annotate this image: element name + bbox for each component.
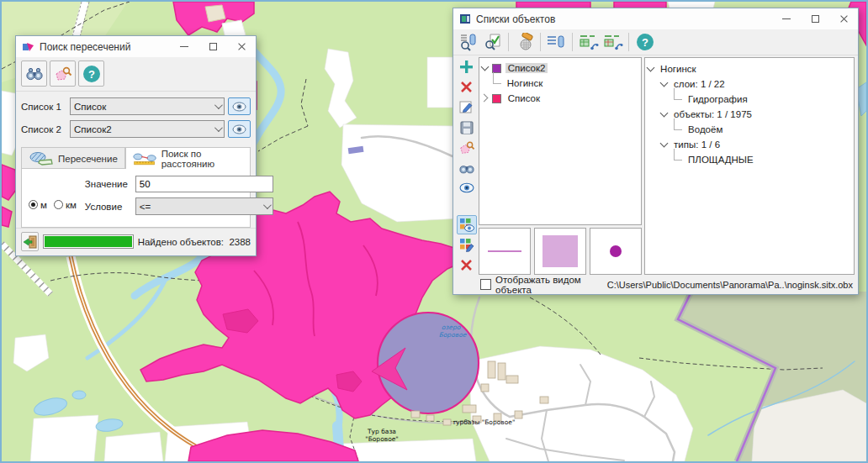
toolbar-separator (572, 33, 573, 51)
display-style-checkbox[interactable] (480, 279, 491, 290)
type-item-label: ПЛОЩАДНЫЕ (685, 155, 756, 165)
value-input[interactable] (135, 176, 273, 192)
toolbar-separator (628, 33, 629, 51)
unit-radio-group: м км (27, 176, 85, 222)
detail-object-item[interactable]: Водоём (647, 122, 852, 137)
save-list-button[interactable] (457, 118, 477, 137)
found-objects-status: Найдено объектов: 2388 (138, 237, 251, 247)
tree-item-label: Ногинск (505, 78, 545, 88)
object-detail-tree: Ногинск слои: 1 / 22 Гидрография объекты… (644, 57, 855, 275)
copy-list-button[interactable] (577, 31, 600, 53)
binoculars-icon (458, 161, 475, 175)
intersect-titlebar[interactable]: Поиск пересечений (16, 36, 256, 57)
camp2-label: турбазы "Боровое" (453, 418, 516, 426)
find-in-list-button[interactable] (457, 158, 477, 177)
list-transfer-icon (579, 33, 599, 51)
detail-root-label: Ногинск (658, 64, 698, 74)
list2-visibility-toggle[interactable] (228, 120, 251, 138)
line-sample (488, 250, 521, 252)
distance-tab-panel: м км Значение Условие <= (21, 168, 251, 228)
tab-distance-search[interactable]: Поиск по расстоянию (125, 147, 251, 169)
current-file-path: C:\Users\Public\Documents\Panorama\Pa..\… (607, 280, 853, 290)
svg-text:?: ? (642, 36, 648, 49)
lists-titlebar[interactable]: Списки объектов (453, 8, 858, 29)
edit-list-button[interactable] (457, 97, 477, 117)
area-style-swatch[interactable] (534, 228, 586, 275)
move-list-button[interactable] (601, 31, 624, 53)
expand-icon[interactable] (660, 140, 669, 149)
help-icon: ? (82, 65, 101, 83)
select-list-objects-button[interactable] (545, 31, 568, 53)
tree-item-label: Список (505, 93, 542, 103)
close-button[interactable] (227, 37, 256, 56)
line-style-swatch[interactable] (479, 228, 531, 275)
search-by-document-button[interactable] (481, 31, 504, 53)
lake-label-line1: озеро (442, 324, 461, 331)
help-icon: ? (636, 33, 654, 51)
view-object-button[interactable] (457, 178, 477, 197)
tree-item-noginsk[interactable]: Ногинск (481, 76, 639, 91)
condition-label: Условие (85, 202, 135, 212)
radio-meters[interactable]: м (29, 200, 47, 210)
list1-value: Список (74, 102, 106, 112)
expand-icon[interactable] (481, 64, 490, 72)
help-button[interactable]: ? (633, 31, 656, 53)
objects-group-label: объекты: 1 / 1975 (671, 109, 754, 119)
search-objects-button[interactable] (457, 31, 479, 53)
eye-icon (459, 182, 474, 193)
screenshot-root: { "icons": { "help_glyph": "?" }, "color… (0, 0, 868, 463)
search-mode-tabs: Пересечение Поиск по расстоянию (21, 147, 251, 169)
tab-intersection[interactable]: Пересечение (21, 147, 125, 169)
collapse-icon[interactable] (481, 94, 490, 103)
lake-label-line2: Боровое (439, 331, 468, 339)
expand-icon[interactable] (660, 110, 669, 118)
value-label: Значение (85, 179, 135, 189)
list1-select[interactable]: Список (70, 97, 225, 115)
find-button[interactable] (21, 61, 47, 87)
expand-icon[interactable] (647, 65, 655, 73)
condition-select[interactable]: <= (135, 197, 273, 215)
list1-color-square (492, 94, 501, 103)
expand-icon[interactable] (660, 80, 669, 88)
radio-meters-dot (29, 200, 38, 209)
highlight-flashlight-button[interactable] (513, 31, 536, 53)
maximize-button[interactable] (198, 37, 227, 56)
intersect-search-window: Поиск пересечений (15, 35, 257, 256)
distance-search-icon (133, 151, 157, 166)
tree-item-list1[interactable]: Список (481, 91, 639, 106)
help-button[interactable]: ? (78, 61, 104, 87)
edit-style-button[interactable] (457, 235, 477, 255)
list-transfer2-icon (603, 33, 623, 51)
list1-visibility-toggle[interactable] (228, 97, 251, 115)
save-floppy-icon (460, 121, 474, 134)
tree-item-list2[interactable]: Список2 (481, 61, 639, 76)
select-area-button[interactable] (50, 61, 76, 87)
camp-label-line1: Тур база (367, 428, 396, 435)
search-list-icon (459, 33, 478, 51)
tree-connector (674, 88, 682, 100)
detail-root[interactable]: Ногинск (647, 61, 852, 76)
list2-select[interactable]: Список2 (70, 120, 225, 138)
chevron-down-icon (214, 124, 223, 132)
maximize-button[interactable] (801, 9, 829, 29)
chevron-down-icon (214, 101, 223, 109)
detail-layer-item[interactable]: Гидрография (647, 92, 852, 107)
detail-type-item[interactable]: ПЛОЩАДНЫЕ (647, 152, 852, 167)
area-sample (542, 235, 578, 267)
select-on-map-button[interactable] (457, 138, 477, 157)
delete-list-button[interactable] (457, 77, 477, 97)
list1-label: Список 1 (21, 102, 70, 112)
show-style-button[interactable] (457, 215, 477, 234)
delete-style-button[interactable] (457, 255, 477, 275)
point-style-swatch[interactable] (590, 228, 642, 275)
exit-button[interactable] (21, 232, 39, 251)
add-list-button[interactable] (457, 57, 477, 76)
svg-text:?: ? (88, 67, 95, 80)
radio-kilometers[interactable]: км (54, 200, 77, 210)
toolbar-separator (540, 33, 541, 51)
minimize-button[interactable] (772, 9, 801, 29)
list2-value: Список2 (74, 124, 112, 134)
lists-tree: Список2 Ногинск Список (479, 57, 642, 225)
minimize-button[interactable] (170, 37, 198, 56)
close-button[interactable] (829, 9, 858, 29)
